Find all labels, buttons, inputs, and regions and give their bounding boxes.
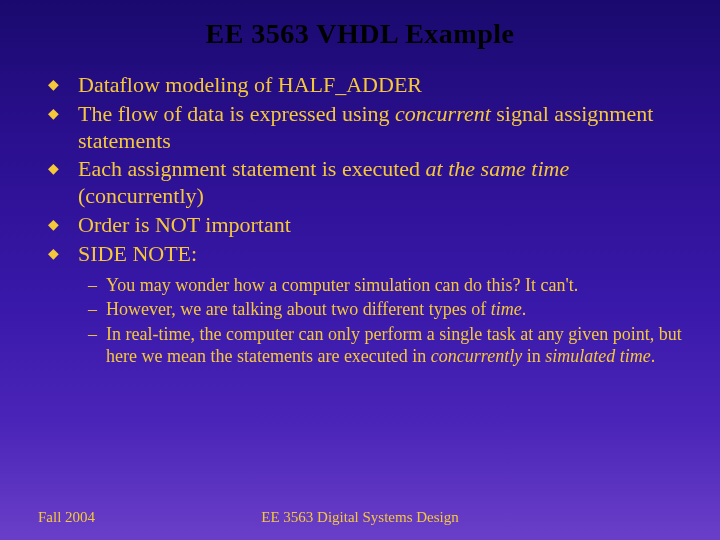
footer-center: EE 3563 Digital Systems Design bbox=[0, 509, 720, 526]
bullet-text-italic: at the same time bbox=[426, 156, 570, 181]
bullet-text: The flow of data is expressed using bbox=[78, 101, 395, 126]
bullet-item: SIDE NOTE: bbox=[48, 241, 690, 268]
sub-text: However, we are talking about two differ… bbox=[106, 299, 491, 319]
slide-title: EE 3563 VHDL Example bbox=[30, 18, 690, 50]
sub-text: in bbox=[522, 346, 545, 366]
bullet-text: Each assignment statement is executed bbox=[78, 156, 426, 181]
sub-bullet-list: You may wonder how a computer simulation… bbox=[30, 274, 690, 368]
bullet-item: Order is NOT important bbox=[48, 212, 690, 239]
bullet-text: Dataflow modeling of HALF_ADDER bbox=[78, 72, 422, 97]
sub-bullet-item: You may wonder how a computer simulation… bbox=[88, 274, 690, 297]
sub-text-italic: time bbox=[491, 299, 522, 319]
bullet-text: Order is NOT important bbox=[78, 212, 291, 237]
main-bullet-list: Dataflow modeling of HALF_ADDER The flow… bbox=[30, 72, 690, 268]
sub-bullet-item: In real-time, the computer can only perf… bbox=[88, 323, 690, 368]
sub-text-italic: simulated time bbox=[545, 346, 651, 366]
sub-text-italic: concurrently bbox=[431, 346, 522, 366]
bullet-item: The flow of data is expressed using conc… bbox=[48, 101, 690, 155]
sub-text: You may wonder how a computer simulation… bbox=[106, 275, 578, 295]
sub-bullet-item: However, we are talking about two differ… bbox=[88, 298, 690, 321]
bullet-item: Dataflow modeling of HALF_ADDER bbox=[48, 72, 690, 99]
bullet-text-italic: concurrent bbox=[395, 101, 491, 126]
bullet-text: SIDE NOTE: bbox=[78, 241, 197, 266]
slide: EE 3563 VHDL Example Dataflow modeling o… bbox=[0, 0, 720, 540]
bullet-item: Each assignment statement is executed at… bbox=[48, 156, 690, 210]
bullet-text: (concurrently) bbox=[78, 183, 204, 208]
sub-text: . bbox=[522, 299, 527, 319]
sub-text: . bbox=[651, 346, 656, 366]
